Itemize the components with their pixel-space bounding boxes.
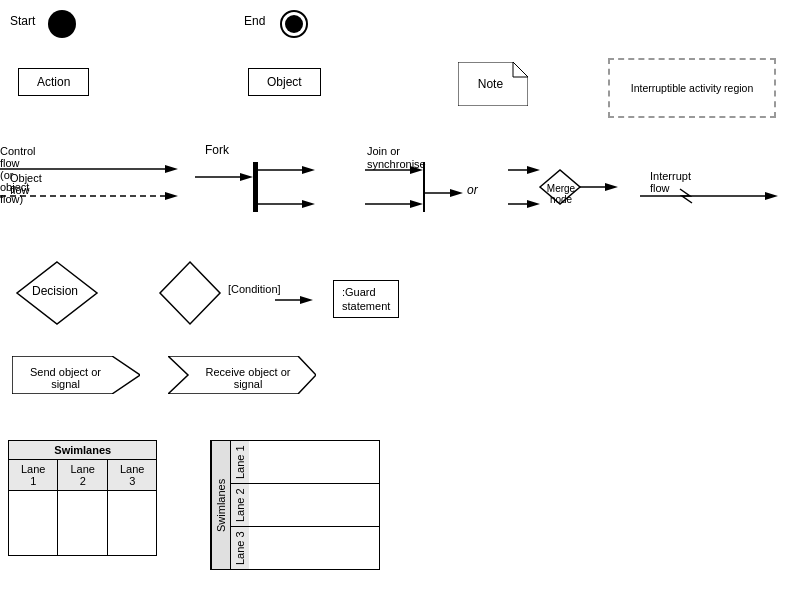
guard-box: :Guard statement [333,280,399,318]
swimlane-v-lane2-row: Lane 2 [230,484,379,527]
lane3-v-label: Lane 3 [230,527,249,569]
condition-section: [Condition] :Guard statement [155,258,225,331]
diagram-area: Start End Action Object Note Interruptib… [0,0,796,591]
fork-label: Fork [205,143,229,157]
object-label: Object [267,75,302,89]
lane2-header: Lane 2 [58,460,107,491]
swimlane-h-table: Swimlanes Lane 1 Lane 2 Lane 3 [8,440,157,556]
object-flow-arrow [0,186,180,206]
swimlane-h-title: Swimlanes [9,441,157,460]
svg-marker-4 [165,192,178,200]
fork-svg [195,157,355,227]
receive-signal-section: Receive object or signal [168,356,316,397]
swimlane-v-lane3-row: Lane 3 [230,527,379,569]
lane3-v-content [249,527,379,569]
action-box: Action [18,68,89,96]
lane2-cell [58,491,107,556]
svg-marker-18 [450,189,463,197]
svg-marker-31 [300,296,313,304]
lane3-cell [107,491,156,556]
merge-label: Merge node [536,183,586,205]
start-node [48,10,76,38]
guard-label: :Guard statement [342,286,390,312]
end-inner [285,15,303,33]
svg-marker-25 [605,183,618,191]
note-box: Note [458,62,528,106]
swimlane-v-title: Swimlanes [211,441,230,569]
start-label: Start [10,14,35,28]
join-out-svg [425,183,465,203]
svg-marker-29 [160,262,220,324]
condition-svg [155,258,225,328]
decision-section: Decision [12,258,102,331]
object-box: Object [248,68,321,96]
or-label: or [467,183,478,197]
receive-signal-label: Receive object or signal [192,366,304,390]
end-node [280,10,308,38]
lane3-header: Lane 3 [107,460,156,491]
svg-rect-7 [253,162,258,212]
lane1-header: Lane 1 [9,460,58,491]
lane2-v-label: Lane 2 [230,484,249,526]
lane1-cell [9,491,58,556]
interruptible-region: Interruptible activity region [608,58,776,118]
swimlane-vertical: Swimlanes Lane 1 Lane 2 Lane 3 [210,440,380,570]
svg-marker-11 [302,200,315,208]
svg-marker-6 [240,173,253,181]
svg-marker-15 [410,200,423,208]
action-label: Action [37,75,70,89]
interruptible-label: Interruptible activity region [631,82,754,94]
svg-marker-27 [765,192,778,200]
svg-marker-20 [527,166,540,174]
swimlane-v-lanes-container: Lane 1 Lane 2 Lane 3 [230,441,379,569]
send-signal-label: Send object or signal [18,366,113,390]
swimlane-v-lane1-row: Lane 1 [230,441,379,484]
lane2-v-content [249,484,379,526]
lane1-v-label: Lane 1 [230,441,249,483]
interrupt-flow-svg [640,184,790,209]
svg-marker-2 [165,165,178,173]
join-label: Join or synchronise [367,145,437,171]
decision-label: Decision [32,284,78,298]
condition-arrow-svg [220,290,330,310]
end-label: End [244,14,265,28]
svg-marker-9 [302,166,315,174]
lane1-v-content [249,441,379,483]
note-label: Note [478,77,503,91]
send-signal-section: Send object or signal [12,356,140,397]
